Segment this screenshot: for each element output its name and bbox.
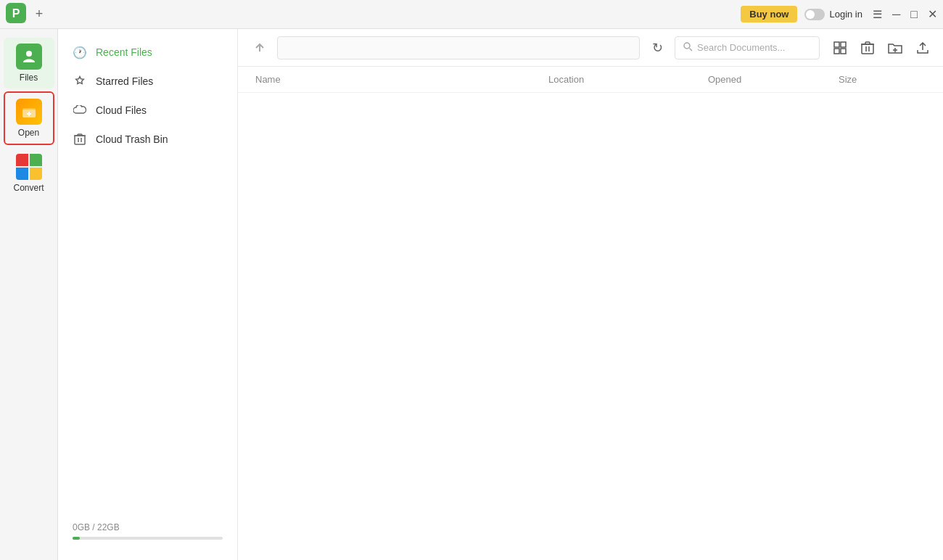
storage-section: 0GB / 22GB — [58, 514, 237, 551]
refresh-button[interactable]: ↻ — [647, 38, 667, 58]
svg-rect-16 — [841, 49, 846, 54]
nav-starred-label: Starred Files — [96, 75, 153, 87]
buy-now-button[interactable]: Buy now — [741, 6, 797, 22]
col-opened: Opened — [708, 74, 839, 85]
nav-trash-label: Cloud Trash Bin — [96, 133, 168, 145]
nav-item-recent[interactable]: 🕐 Recent Files — [58, 38, 237, 67]
svg-point-11 — [684, 43, 690, 49]
col-name: Name — [255, 74, 548, 85]
storage-label: 0GB / 22GB — [73, 522, 223, 532]
nav-sidebar: 🕐 Recent Files Starred Files Cloud Files — [58, 29, 238, 560]
search-box[interactable]: Search Documents... — [675, 36, 820, 59]
nav-item-starred[interactable]: Starred Files — [58, 67, 237, 96]
new-folder-icon[interactable] — [886, 39, 904, 57]
star-icon — [73, 74, 87, 88]
svg-line-12 — [690, 49, 693, 52]
nav-item-cloud[interactable]: Cloud Files — [58, 96, 237, 125]
recent-icon: 🕐 — [73, 45, 87, 59]
navigate-up-button[interactable] — [250, 38, 270, 58]
svg-rect-7 — [75, 136, 85, 144]
svg-rect-17 — [862, 44, 873, 54]
svg-text:P: P — [12, 7, 20, 20]
main-content: ↻ Search Documents... — [238, 29, 943, 560]
app-layout: Files Open Convert — [0, 29, 943, 560]
minimize-button[interactable]: ─ — [892, 9, 900, 20]
svg-rect-14 — [841, 42, 846, 47]
hamburger-menu-icon[interactable]: ☰ — [873, 8, 882, 21]
app-logo: P — [6, 3, 26, 26]
storage-bar-background — [73, 537, 223, 540]
title-bar: P + Buy now Login in ☰ ─ □ ✕ — [0, 0, 943, 29]
sidebar-item-convert[interactable]: Convert — [4, 148, 54, 199]
convert-label: Convert — [13, 183, 44, 193]
toolbar-actions — [831, 39, 931, 57]
nav-cloud-label: Cloud Files — [96, 104, 147, 116]
window-controls: ─ □ ✕ — [892, 9, 937, 20]
open-label: Open — [18, 128, 39, 138]
col-location: Location — [548, 74, 708, 85]
new-tab-button[interactable]: + — [30, 6, 48, 23]
login-toggle[interactable] — [804, 9, 825, 20]
convert-icon — [16, 154, 42, 180]
login-label: Login in — [829, 9, 862, 20]
file-table: Name Location Opened Size — [238, 67, 943, 560]
sidebar-item-open[interactable]: Open — [4, 91, 54, 145]
close-button[interactable]: ✕ — [928, 9, 937, 20]
maximize-button[interactable]: □ — [910, 9, 918, 20]
trash-icon — [73, 132, 87, 147]
icon-sidebar: Files Open Convert — [0, 29, 58, 560]
svg-rect-15 — [834, 49, 839, 54]
cloud-icon — [73, 103, 87, 118]
sidebar-item-files[interactable]: Files — [4, 38, 54, 88]
files-label: Files — [20, 73, 38, 83]
nav-item-trash[interactable]: Cloud Trash Bin — [58, 125, 237, 154]
delete-icon[interactable] — [859, 39, 876, 57]
col-size: Size — [839, 74, 926, 85]
open-icon — [16, 99, 42, 125]
search-placeholder: Search Documents... — [697, 42, 785, 53]
table-header: Name Location Opened Size — [238, 67, 943, 93]
search-icon — [683, 41, 693, 54]
storage-bar-fill — [73, 537, 80, 540]
toolbar: ↻ Search Documents... — [238, 29, 943, 67]
files-icon — [16, 44, 42, 70]
upload-icon[interactable] — [914, 39, 931, 57]
svg-point-2 — [26, 51, 32, 57]
nav-recent-label: Recent Files — [96, 46, 152, 58]
svg-rect-13 — [834, 42, 839, 47]
view-toggle-icon[interactable] — [831, 39, 849, 57]
path-input[interactable] — [277, 36, 640, 59]
login-area[interactable]: Login in — [804, 9, 862, 20]
